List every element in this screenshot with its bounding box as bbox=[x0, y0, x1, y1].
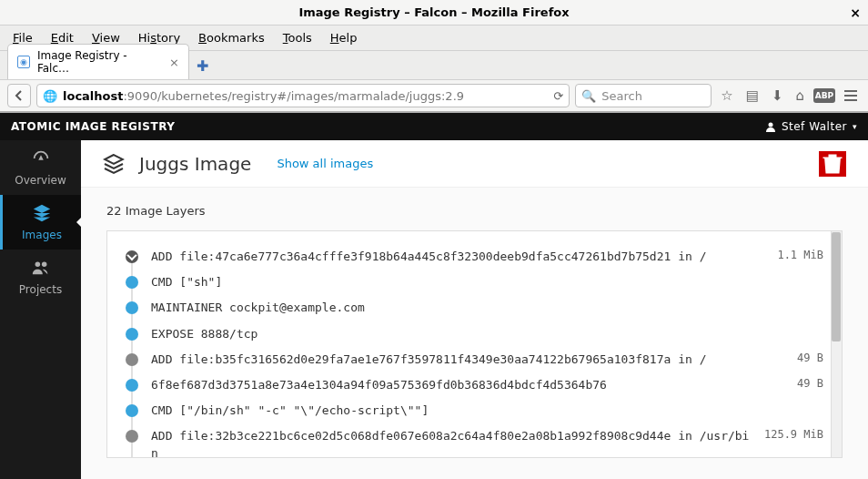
tab-label: Image Registry - Falc… bbox=[37, 49, 162, 75]
browser-tab[interactable]: ◉ Image Registry - Falc… × bbox=[7, 44, 189, 79]
layer-command: ADD file:b35fc316562d0e29fa7ae1e767f3597… bbox=[151, 352, 784, 368]
app-header: ATOMIC IMAGE REGISTRY Stef Walter ▾ bbox=[0, 113, 868, 140]
layers-section: 22 Image Layers ADD file:47ca6e777c36a4c… bbox=[81, 188, 868, 474]
menu-tools[interactable]: Tools bbox=[276, 28, 319, 47]
layer-row: CMD ["/bin/sh" "-c" "\"/echo-script\""] bbox=[126, 398, 823, 423]
tab-close-icon[interactable]: × bbox=[169, 56, 179, 69]
layer-command: 6f8ef687d3d3751a8e73a4e1304a94f09a575369… bbox=[151, 377, 784, 393]
dashboard-icon bbox=[31, 148, 51, 168]
back-button[interactable] bbox=[7, 84, 31, 107]
hamburger-menu-icon[interactable] bbox=[841, 90, 861, 101]
layer-row: EXPOSE 8888/tcp bbox=[126, 321, 823, 347]
svg-point-2 bbox=[41, 262, 45, 268]
layer-row: ADD file:32b3ce221bc6ce02d5c068dfe067e60… bbox=[126, 423, 823, 458]
layer-row: MAINTAINER cockpit@example.com bbox=[126, 295, 823, 321]
favicon-icon: ◉ bbox=[17, 56, 30, 68]
layer-size: 125.9 MiB bbox=[764, 428, 823, 441]
sidebar-label-images: Images bbox=[22, 229, 62, 241]
svg-point-0 bbox=[768, 123, 772, 127]
layer-dot-icon bbox=[126, 276, 138, 289]
window-close-button[interactable]: × bbox=[850, 5, 861, 20]
layers-list[interactable]: ADD file:47ca6e777c36a4cfffe3f918b64a445… bbox=[106, 230, 843, 458]
users-icon bbox=[31, 258, 51, 278]
layer-size: 49 B bbox=[797, 352, 823, 364]
reload-icon[interactable]: ⟳ bbox=[553, 89, 563, 103]
sidebar-item-overview[interactable]: Overview bbox=[0, 140, 81, 195]
scrollbar-thumb[interactable] bbox=[832, 232, 841, 341]
window-titlebar: Image Registry – Falcon – Mozilla Firefo… bbox=[0, 0, 868, 25]
layer-dot-icon bbox=[126, 328, 138, 341]
downloads-icon[interactable]: ⬇ bbox=[768, 87, 787, 104]
layer-row: ADD file:b35fc316562d0e29fa7ae1e767f3597… bbox=[126, 347, 823, 372]
user-menu[interactable]: Stef Walter ▾ bbox=[765, 120, 857, 133]
menu-bookmarks[interactable]: Bookmarks bbox=[191, 28, 272, 47]
page-title: Juggs Image bbox=[139, 153, 251, 175]
chevron-down-icon: ▾ bbox=[853, 122, 857, 131]
sidebar-item-images[interactable]: Images bbox=[0, 195, 81, 250]
layer-command: ADD file:47ca6e777c36a4cfffe3f918b64a445… bbox=[151, 249, 764, 265]
layer-dot-icon bbox=[126, 379, 138, 392]
search-icon: 🔍 bbox=[581, 89, 596, 103]
layer-size: 1.1 MiB bbox=[777, 249, 823, 261]
layer-size: 49 B bbox=[797, 377, 823, 390]
nav-toolbar: 🌐 localhost:9090/kubernetes/registry#/im… bbox=[0, 80, 868, 113]
bookmark-star-icon[interactable]: ☆ bbox=[717, 87, 736, 104]
layer-row: 6f8ef687d3d3751a8e73a4e1304a94f09a575369… bbox=[126, 372, 823, 398]
layer-row: CMD ["sh"] bbox=[126, 270, 823, 295]
menu-help[interactable]: Help bbox=[323, 28, 365, 47]
app-body: Overview Images Projects Juggs Image Sho… bbox=[0, 140, 868, 479]
user-name: Stef Walter bbox=[782, 120, 847, 133]
abp-icon[interactable]: ABP bbox=[813, 88, 835, 103]
layer-command: EXPOSE 8888/tcp bbox=[151, 326, 811, 342]
sidebar-label-overview: Overview bbox=[15, 174, 66, 187]
globe-icon: 🌐 bbox=[43, 89, 57, 103]
svg-point-1 bbox=[35, 262, 40, 268]
new-tab-button[interactable]: ✚ bbox=[197, 57, 208, 79]
trash-icon bbox=[822, 153, 843, 175]
sidebar-item-projects[interactable]: Projects bbox=[0, 250, 81, 304]
layer-dot-icon bbox=[126, 404, 138, 417]
home-icon[interactable]: ⌂ bbox=[792, 87, 808, 104]
scrollbar-track[interactable] bbox=[831, 231, 842, 457]
user-icon bbox=[765, 121, 776, 132]
arrow-left-icon bbox=[14, 90, 25, 101]
layer-dot-icon bbox=[126, 301, 138, 314]
app-brand: ATOMIC IMAGE REGISTRY bbox=[11, 120, 175, 133]
layers-title: 22 Image Layers bbox=[106, 204, 843, 218]
layer-command: CMD ["/bin/sh" "-c" "\"/echo-script\""] bbox=[151, 403, 811, 419]
tab-strip: ◉ Image Registry - Falc… × ✚ bbox=[0, 51, 868, 80]
layers-icon bbox=[32, 203, 52, 223]
delete-button[interactable] bbox=[819, 151, 846, 177]
content-area: Juggs Image Show all images 22 Image Lay… bbox=[81, 140, 868, 479]
layer-command: CMD ["sh"] bbox=[151, 274, 811, 290]
layer-dot-icon bbox=[126, 353, 138, 366]
url-text: localhost:9090/kubernetes/registry#/imag… bbox=[63, 89, 464, 103]
reader-icon[interactable]: ▤ bbox=[742, 87, 762, 104]
search-bar[interactable]: 🔍 Search bbox=[575, 84, 712, 107]
page-header: Juggs Image Show all images bbox=[81, 140, 868, 188]
layer-dot-icon bbox=[126, 430, 138, 443]
image-layers-icon bbox=[103, 153, 125, 175]
window-title-text: Image Registry – Falcon – Mozilla Firefo… bbox=[298, 5, 569, 19]
search-placeholder: Search bbox=[601, 89, 642, 103]
url-bar[interactable]: 🌐 localhost:9090/kubernetes/registry#/im… bbox=[36, 84, 570, 107]
layer-row: ADD file:47ca6e777c36a4cfffe3f918b64a445… bbox=[126, 244, 823, 270]
sidebar: Overview Images Projects bbox=[0, 140, 81, 479]
sidebar-label-projects: Projects bbox=[19, 283, 62, 296]
layer-command: MAINTAINER cockpit@example.com bbox=[151, 300, 811, 316]
layer-dot-icon bbox=[126, 250, 138, 263]
show-all-link[interactable]: Show all images bbox=[277, 157, 373, 170]
layer-command: ADD file:32b3ce221bc6ce02d5c068dfe067e60… bbox=[151, 428, 752, 458]
